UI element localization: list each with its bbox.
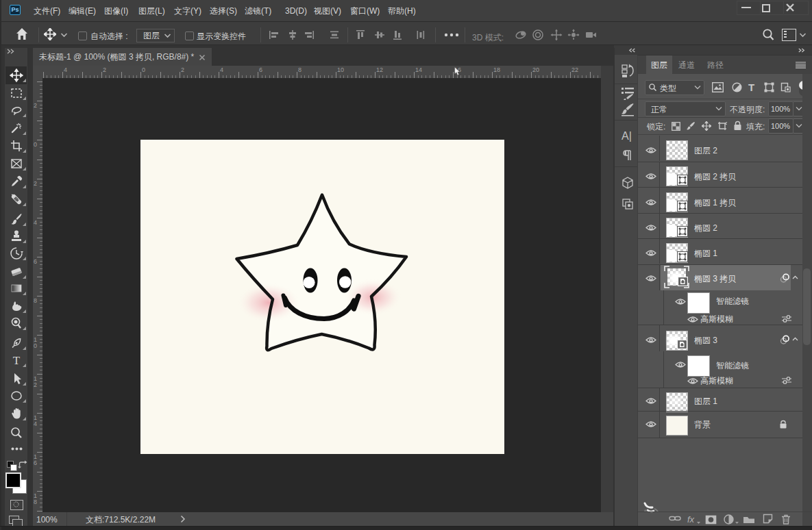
svg-text:T: T: [13, 354, 21, 367]
